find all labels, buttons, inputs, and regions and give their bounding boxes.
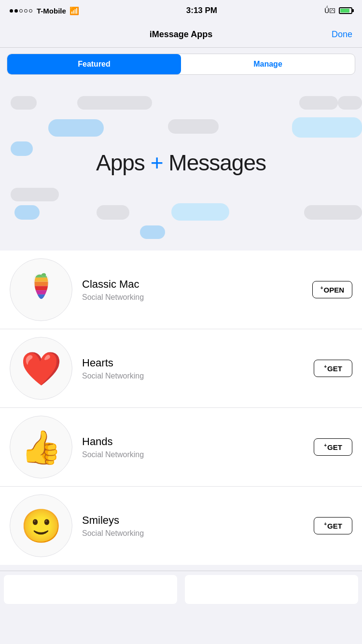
svg-rect-5 bbox=[33, 294, 48, 298]
app-category-classic-mac: Social Networking bbox=[82, 293, 312, 302]
tab-featured-label: Featured bbox=[78, 60, 111, 69]
bottom-tab-1 bbox=[4, 575, 177, 604]
hero-apps: Apps bbox=[96, 150, 145, 175]
app-icon-hearts: ❤️ bbox=[10, 337, 72, 400]
bubble-13 bbox=[304, 205, 362, 220]
tab-featured[interactable]: Featured bbox=[7, 54, 181, 74]
signal-dots bbox=[10, 9, 32, 13]
plus-sup-1: + bbox=[324, 364, 327, 369]
app-item-hearts: ❤️ Hearts Social Networking +GET bbox=[0, 329, 362, 408]
app-name-hands: Hands bbox=[82, 435, 314, 448]
get-button-hands[interactable]: +GET bbox=[314, 438, 352, 456]
app-item-classic-mac: Classic Mac Social Networking +OPEN bbox=[0, 251, 362, 329]
app-item-smileys: 🙂 Smileys Social Networking +GET bbox=[0, 487, 362, 565]
bubble-3 bbox=[299, 96, 338, 110]
get-button-hearts[interactable]: +GET bbox=[314, 360, 352, 377]
plus-sup-3: + bbox=[324, 521, 327, 527]
hero-title: Apps + Messages bbox=[96, 150, 266, 176]
bottom-tabs bbox=[0, 571, 362, 608]
status-left: T-Mobile 📶 bbox=[10, 6, 79, 15]
app-icon-smileys: 🙂 bbox=[10, 494, 72, 557]
signal-dot-3 bbox=[19, 9, 23, 13]
app-info-hearts: Hearts Social Networking bbox=[82, 357, 314, 380]
battery-icon bbox=[339, 7, 352, 14]
bottom-tab-2 bbox=[185, 575, 358, 604]
smileys-emoji-icon: 🙂 bbox=[21, 509, 62, 542]
bubble-2 bbox=[77, 96, 152, 110]
segmented-control: Featured Manage bbox=[7, 54, 355, 75]
bubble-5 bbox=[48, 119, 104, 137]
app-category-hands: Social Networking bbox=[82, 450, 314, 459]
app-name-classic-mac: Classic Mac bbox=[82, 278, 312, 291]
bluetooth-icon: Ǘ⮹ bbox=[324, 7, 336, 14]
svg-rect-2 bbox=[33, 281, 48, 286]
hero-text: Apps + Messages bbox=[96, 150, 266, 176]
bubble-1 bbox=[11, 96, 37, 110]
hero-messages: Messages bbox=[168, 150, 266, 175]
action-label-0: OPEN bbox=[323, 286, 344, 294]
app-icon-hands: 👍 bbox=[10, 416, 72, 478]
done-button[interactable]: Done bbox=[332, 29, 352, 40]
get-button-smileys[interactable]: +GET bbox=[314, 517, 352, 534]
battery-container bbox=[339, 7, 352, 14]
signal-dot-1 bbox=[10, 9, 13, 13]
bubble-6 bbox=[168, 119, 219, 134]
plus-sup-2: + bbox=[324, 443, 327, 448]
app-category-hearts: Social Networking bbox=[82, 372, 314, 380]
action-label-3: GET bbox=[327, 522, 342, 530]
app-info-classic-mac: Classic Mac Social Networking bbox=[82, 278, 312, 302]
hero-banner: Apps + Messages bbox=[0, 81, 362, 245]
app-info-smileys: Smileys Social Networking bbox=[82, 514, 314, 538]
app-icon-classic-mac bbox=[10, 258, 72, 321]
battery-fill bbox=[340, 9, 349, 13]
apple-rainbow-icon bbox=[23, 272, 59, 308]
signal-dot-2 bbox=[14, 9, 18, 13]
status-bar: T-Mobile 📶 3:13 PM Ǘ⮹ bbox=[0, 0, 362, 21]
action-label-1: GET bbox=[327, 364, 342, 373]
bubble-8 bbox=[11, 141, 33, 156]
wifi-icon: 📶 bbox=[70, 6, 79, 15]
nav-bar: iMessage Apps Done bbox=[0, 21, 362, 48]
app-name-hearts: Hearts bbox=[82, 357, 314, 369]
bubble-10 bbox=[14, 205, 40, 220]
hero-plus: + bbox=[151, 150, 163, 175]
svg-rect-0 bbox=[33, 273, 48, 278]
open-button-classic-mac[interactable]: +OPEN bbox=[312, 281, 352, 298]
carrier-label: T-Mobile bbox=[37, 7, 66, 15]
plus-sup-0: + bbox=[320, 285, 323, 291]
bubble-14 bbox=[140, 225, 165, 239]
nav-title: iMessage Apps bbox=[150, 29, 212, 40]
app-list: Classic Mac Social Networking +OPEN ❤️ H… bbox=[0, 251, 362, 565]
bubble-9 bbox=[11, 188, 59, 201]
svg-rect-1 bbox=[33, 277, 48, 281]
hearts-emoji-icon: ❤️ bbox=[21, 352, 62, 385]
bubble-11 bbox=[97, 205, 129, 220]
tab-manage-label: Manage bbox=[253, 60, 282, 69]
bubble-7 bbox=[292, 117, 362, 138]
status-right: Ǘ⮹ bbox=[324, 7, 352, 14]
bubble-4 bbox=[338, 96, 362, 110]
app-item-hands: 👍 Hands Social Networking +GET bbox=[0, 408, 362, 487]
app-info-hands: Hands Social Networking bbox=[82, 435, 314, 459]
tab-manage[interactable]: Manage bbox=[181, 54, 355, 74]
svg-rect-3 bbox=[33, 286, 48, 290]
action-label-2: GET bbox=[327, 443, 342, 451]
app-name-smileys: Smileys bbox=[82, 514, 314, 527]
bubble-12 bbox=[171, 203, 229, 221]
status-time: 3:13 PM bbox=[186, 6, 217, 15]
app-category-smileys: Social Networking bbox=[82, 529, 314, 538]
signal-dot-5 bbox=[29, 9, 32, 13]
signal-dot-4 bbox=[24, 9, 28, 13]
hands-emoji-icon: 👍 bbox=[21, 431, 62, 463]
